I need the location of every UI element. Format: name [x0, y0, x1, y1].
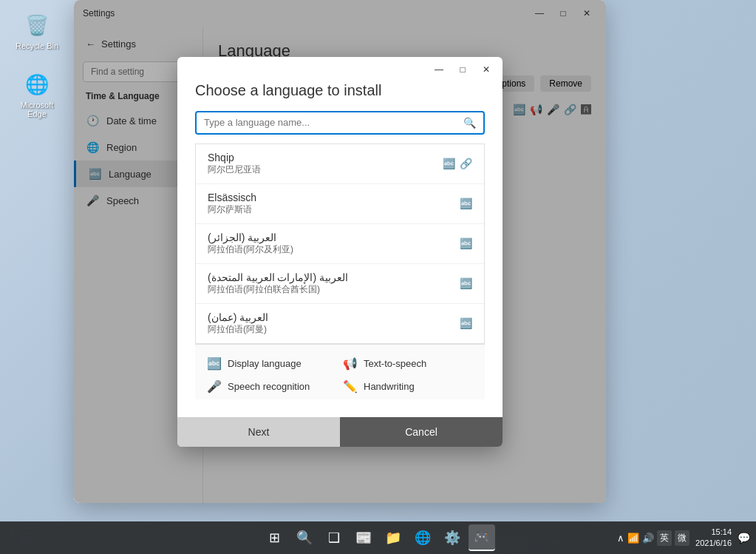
lang-name: العربية (عمان): [208, 311, 268, 323]
edge-taskbar-button[interactable]: 🌐: [409, 524, 436, 551]
file-explorer-button[interactable]: 📁: [380, 524, 406, 551]
speech-recognition-label: Speech recognition: [228, 381, 310, 392]
modal-minimize-button[interactable]: —: [429, 61, 449, 78]
features-section: 🔤 Display language 📢 Text-to-speech 🎤 Sp…: [195, 344, 485, 399]
settings-taskbar-button[interactable]: ⚙️: [439, 524, 466, 551]
text-to-speech-icon: 📢: [343, 357, 358, 371]
language-install-modal: — □ ✕ Choose a language to install 🔍 Shq…: [177, 57, 503, 447]
text-badge-icon: 🔤: [460, 197, 472, 209]
link-badge-icon: 🔗: [460, 158, 472, 169]
widgets-button[interactable]: 📰: [350, 524, 377, 551]
list-item[interactable]: Elsässisch 阿尔萨斯语 🔤: [196, 184, 484, 224]
lang-badges: 🔤 🔗: [443, 158, 472, 169]
modal-footer: Next Cancel: [177, 417, 503, 447]
text-badge-icon: 🔤: [443, 158, 455, 169]
modal-maximize-button[interactable]: □: [452, 61, 473, 78]
feature-text-to-speech: 📢 Text-to-speech: [343, 357, 473, 371]
lang-badges: 🔤: [460, 277, 472, 289]
desktop-icon-recycle-bin[interactable]: 🗑️ Recycle Bin: [10, 7, 64, 55]
text-badge-icon: 🔤: [460, 277, 472, 289]
taskbar-center: ⊞ 🔍 ❑ 📰 📁 🌐 ⚙️ 🎮: [262, 524, 495, 551]
lang-badges: 🔤: [460, 317, 472, 329]
text-to-speech-label: Text-to-speech: [364, 358, 426, 369]
chevron-up-icon[interactable]: ∧: [617, 533, 624, 544]
task-view-button[interactable]: ❑: [321, 524, 347, 551]
date-display: 2021/6/16: [695, 538, 732, 549]
lang-subtitle: 阿尔巴尼亚语: [208, 163, 261, 176]
next-button[interactable]: Next: [177, 417, 340, 447]
feature-handwriting: ✏️ Handwriting: [343, 379, 473, 393]
lang-subtitle: 阿拉伯语(阿曼): [208, 323, 268, 336]
list-item[interactable]: العربية (الإمارات العربية المتحدة) 阿拉伯语(…: [196, 264, 484, 304]
features-grid: 🔤 Display language 📢 Text-to-speech 🎤 Sp…: [207, 357, 473, 393]
desktop-icon-edge[interactable]: 🌐 Microsoft Edge: [10, 67, 64, 123]
language-search-box: 🔍: [195, 111, 485, 135]
lang-badges: 🔤: [460, 237, 472, 249]
language-search-input[interactable]: [204, 117, 463, 128]
search-icon: 🔍: [463, 117, 476, 129]
settings-window: Settings — □ ✕ ← Settings Time & Languag…: [74, 0, 606, 503]
recycle-bin-label: Recycle Bin: [16, 41, 58, 50]
edge-icon: 🌐: [24, 71, 50, 98]
speaker-icon[interactable]: 🔊: [642, 533, 654, 544]
taskbar-time[interactable]: 15:14 2021/6/16: [695, 527, 732, 550]
display-language-icon: 🔤: [207, 357, 222, 371]
handwriting-icon: ✏️: [343, 379, 358, 393]
speech-recognition-icon: 🎤: [207, 379, 222, 393]
taskbar-right: ∧ 📶 🔊 英 微 15:14 2021/6/16 💬: [617, 527, 750, 550]
taskbar: ⊞ 🔍 ❑ 📰 📁 🌐 ⚙️ 🎮 ∧ 📶 🔊 英 微 15:14 2021/6/…: [0, 521, 756, 554]
modal-title: Choose a language to install: [195, 82, 485, 99]
store-taskbar-button[interactable]: 🎮: [469, 524, 495, 551]
lang-name: Elsässisch: [208, 192, 256, 203]
text-badge-icon: 🔤: [460, 317, 472, 329]
start-button[interactable]: ⊞: [262, 524, 288, 551]
language-tray-icon[interactable]: 英: [657, 530, 672, 546]
feature-display-language: 🔤 Display language: [207, 357, 337, 371]
lang-subtitle: 阿拉伯语(阿尔及利亚): [208, 243, 293, 256]
language-list: Shqip 阿尔巴尼亚语 🔤 🔗 Elsässisch 阿尔萨斯语: [195, 143, 485, 344]
list-item[interactable]: العربية (الجزائر) 阿拉伯语(阿尔及利亚) 🔤: [196, 224, 484, 264]
system-tray-icons: ∧ 📶 🔊 英 微: [617, 530, 689, 546]
display-language-label: Display language: [228, 358, 302, 369]
text-badge-icon: 🔤: [460, 237, 472, 249]
time-display: 15:14: [695, 527, 732, 538]
network-icon[interactable]: 📶: [627, 533, 639, 544]
modal-overlay: — □ ✕ Choose a language to install 🔍 Shq…: [74, 0, 606, 503]
feature-speech-recognition: 🎤 Speech recognition: [207, 379, 337, 393]
handwriting-label: Handwriting: [364, 381, 415, 392]
modal-body: Choose a language to install 🔍 Shqip 阿尔巴…: [177, 82, 503, 417]
modal-titlebar: — □ ✕: [177, 57, 503, 82]
lang-subtitle: 阿拉伯语(阿拉伯联合酋长国): [208, 283, 348, 296]
lang-name: العربية (الإمارات العربية المتحدة): [208, 271, 348, 283]
modal-close-button[interactable]: ✕: [476, 61, 497, 78]
notification-icon[interactable]: 💬: [738, 532, 750, 544]
lang-subtitle: 阿尔萨斯语: [208, 203, 256, 216]
cancel-button[interactable]: Cancel: [340, 417, 503, 447]
ime-icon[interactable]: 微: [675, 530, 689, 546]
lang-badges: 🔤: [460, 197, 472, 209]
list-item[interactable]: Shqip 阿尔巴尼亚语 🔤 🔗: [196, 144, 484, 184]
recycle-bin-icon: 🗑️: [24, 12, 50, 38]
list-item[interactable]: العربية (عمان) 阿拉伯语(阿曼) 🔤: [196, 304, 484, 343]
lang-name: Shqip: [208, 152, 261, 163]
lang-name: العربية (الجزائر): [208, 232, 293, 243]
search-button[interactable]: 🔍: [291, 524, 318, 551]
edge-label: Microsoft Edge: [15, 101, 59, 118]
